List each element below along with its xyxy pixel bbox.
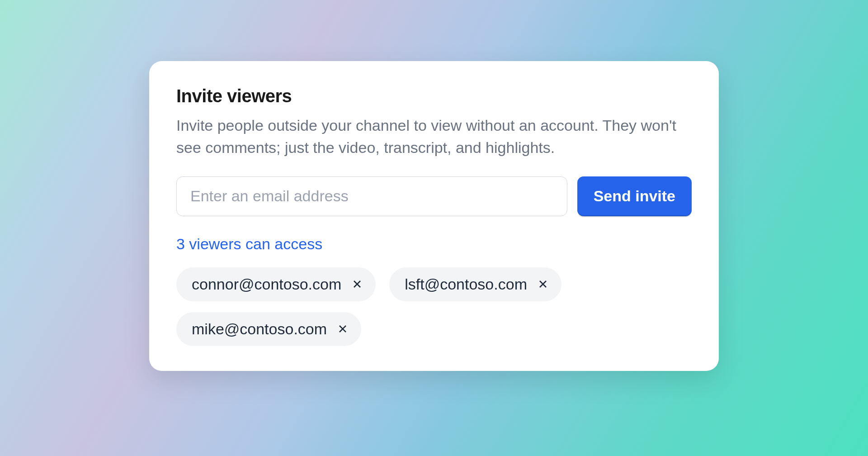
email-input[interactable] bbox=[176, 176, 567, 216]
card-description: Invite people outside your channel to vi… bbox=[176, 114, 692, 159]
viewer-chip: connor@contoso.com bbox=[176, 267, 376, 301]
viewer-chip-label: connor@contoso.com bbox=[192, 276, 341, 293]
close-icon[interactable] bbox=[337, 323, 349, 335]
invite-input-row: Send invite bbox=[176, 176, 692, 216]
card-title: Invite viewers bbox=[176, 86, 692, 106]
viewer-chip: lsft@contoso.com bbox=[389, 267, 561, 301]
send-invite-button[interactable]: Send invite bbox=[577, 176, 692, 216]
close-icon[interactable] bbox=[537, 278, 549, 290]
invite-viewers-card: Invite viewers Invite people outside you… bbox=[149, 61, 719, 371]
viewer-chip-label: mike@contoso.com bbox=[192, 320, 327, 338]
viewer-chips-container: connor@contoso.com lsft@contoso.com mike… bbox=[176, 267, 692, 346]
viewers-access-link[interactable]: 3 viewers can access bbox=[176, 235, 322, 253]
viewer-chip-label: lsft@contoso.com bbox=[405, 276, 527, 293]
viewer-chip: mike@contoso.com bbox=[176, 312, 361, 346]
close-icon[interactable] bbox=[351, 278, 363, 290]
